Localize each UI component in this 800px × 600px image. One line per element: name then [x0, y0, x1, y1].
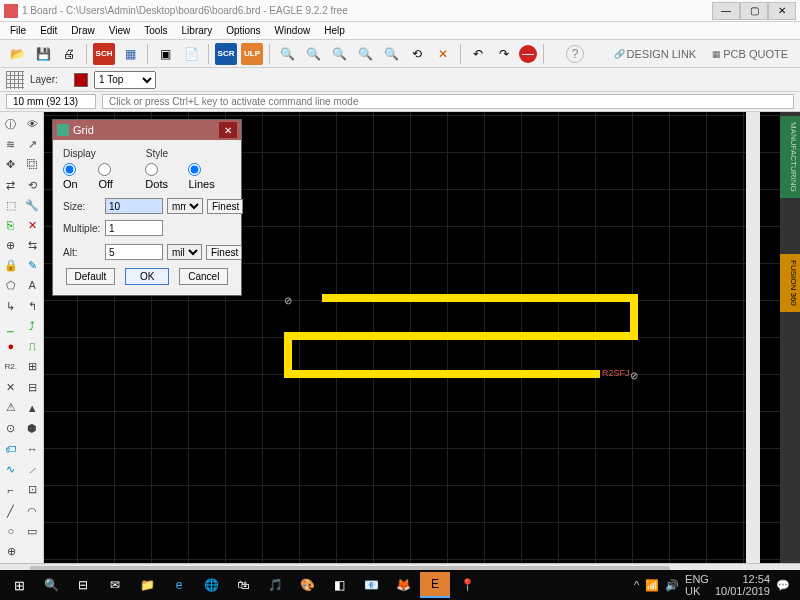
menu-draw[interactable]: Draw	[65, 24, 100, 37]
pcb-trace[interactable]	[284, 332, 638, 340]
design-link-button[interactable]: 🔗 DESIGN LINK	[608, 46, 703, 62]
menu-tools[interactable]: Tools	[138, 24, 173, 37]
optimize-icon[interactable]: ⊡	[22, 480, 44, 500]
group-icon[interactable]: ⬚	[0, 195, 22, 215]
wire-icon[interactable]: ⎯	[0, 316, 22, 336]
pcb-trace[interactable]	[322, 294, 638, 302]
delete-icon[interactable]: ✕	[22, 215, 44, 235]
alt-input[interactable]	[105, 244, 163, 260]
menu-file[interactable]: File	[4, 24, 32, 37]
auto-icon[interactable]: ⊟	[22, 378, 44, 398]
menu-library[interactable]: Library	[176, 24, 219, 37]
chrome-icon[interactable]: 🌐	[196, 572, 226, 598]
sch-button[interactable]: SCH	[93, 43, 115, 65]
volume-icon[interactable]: 🔊	[665, 579, 679, 592]
app-icon[interactable]: ◧	[324, 572, 354, 598]
zoom-out-icon[interactable]: 🔍	[328, 43, 350, 65]
outlook-icon[interactable]: 📧	[356, 572, 386, 598]
itunes-icon[interactable]: 🎵	[260, 572, 290, 598]
layers-icon[interactable]: ≋	[0, 134, 22, 154]
text-icon[interactable]: A	[22, 275, 44, 295]
multiple-input[interactable]	[105, 220, 163, 236]
pcb-trace[interactable]	[284, 370, 600, 378]
minimize-button[interactable]: —	[712, 2, 740, 20]
size-finest-button[interactable]: Finest	[207, 199, 243, 214]
language-indicator[interactable]: ENGUK	[685, 573, 709, 597]
sheet-icon[interactable]: 📄	[180, 43, 202, 65]
route-icon[interactable]: ↳	[0, 296, 22, 316]
radio-off[interactable]: Off	[98, 163, 129, 190]
tray-up-icon[interactable]: ^	[634, 579, 639, 591]
undo-icon[interactable]: ↶	[467, 43, 489, 65]
split-icon[interactable]: ⟋	[22, 460, 44, 480]
circle-icon[interactable]: ○	[0, 521, 22, 541]
via-icon[interactable]: ●	[0, 336, 22, 356]
smash-icon[interactable]: ✎	[22, 255, 44, 275]
edge-icon[interactable]: e	[164, 572, 194, 598]
taskview-icon[interactable]: ⊟	[68, 572, 98, 598]
info-icon[interactable]: ⓘ	[0, 114, 22, 134]
pad-icon[interactable]: ⬢	[22, 419, 44, 439]
explorer-icon[interactable]: 📁	[132, 572, 162, 598]
alt-unit-select[interactable]: mil	[167, 244, 202, 260]
zoom-fit-icon[interactable]: 🔍	[276, 43, 298, 65]
save-icon[interactable]: 💾	[32, 43, 54, 65]
layer-select[interactable]: 1 Top	[94, 71, 156, 89]
signal-icon[interactable]: ⎍	[22, 336, 44, 356]
layer-color-swatch[interactable]	[74, 73, 88, 87]
ulp-button[interactable]: ULP	[241, 43, 263, 65]
replace-icon[interactable]: ⇆	[22, 235, 44, 255]
eagle-taskbar-icon[interactable]: E	[420, 572, 450, 598]
radio-on[interactable]: On	[63, 163, 94, 190]
stop-icon[interactable]: —	[519, 45, 537, 63]
rect-icon[interactable]: ▭	[22, 521, 44, 541]
radio-lines[interactable]: Lines	[188, 163, 231, 190]
vertical-scrollbar[interactable]	[746, 112, 760, 563]
ok-button[interactable]: OK	[125, 268, 169, 285]
line-icon[interactable]: ╱	[0, 501, 22, 521]
dim-icon[interactable]: ↔	[22, 439, 44, 459]
meander-icon[interactable]: ∿	[0, 460, 22, 480]
cancel-icon[interactable]: ✕	[432, 43, 454, 65]
erc-icon[interactable]: ⚠	[0, 398, 22, 418]
miter-icon[interactable]: ⌐	[0, 480, 22, 500]
tab-fusion360[interactable]: FUSION 360	[780, 254, 800, 312]
menu-options[interactable]: Options	[220, 24, 266, 37]
default-button[interactable]: Default	[66, 268, 116, 285]
paint3d-icon[interactable]: 🎨	[292, 572, 322, 598]
poly-icon[interactable]: ⬠	[0, 275, 22, 295]
refresh-icon[interactable]: ⟲	[406, 43, 428, 65]
clock[interactable]: 12:5410/01/2019	[715, 573, 770, 597]
start-button[interactable]: ⊞	[4, 572, 34, 598]
r2-icon[interactable]: R2.	[0, 356, 22, 376]
ratsnest-icon[interactable]: ✕	[0, 378, 22, 398]
move-icon[interactable]: ✥	[0, 154, 22, 174]
errors-icon[interactable]: ▲	[22, 398, 44, 418]
ripup-icon[interactable]: ↰	[22, 296, 44, 316]
close-button[interactable]: ✕	[768, 2, 796, 20]
lock-icon[interactable]: 🔒	[0, 255, 22, 275]
paste-icon[interactable]: ⎘	[0, 215, 22, 235]
move-arrow-icon[interactable]: ↗	[22, 134, 44, 154]
menu-window[interactable]: Window	[269, 24, 317, 37]
alt-finest-button[interactable]: Finest	[206, 245, 242, 260]
mirror-icon[interactable]: ⇄	[0, 175, 22, 195]
rotate-icon[interactable]: ⟲	[22, 175, 44, 195]
cancel-button[interactable]: Cancel	[179, 268, 228, 285]
change-icon[interactable]: 🔧	[22, 195, 44, 215]
zoom-redraw-icon[interactable]: 🔍	[354, 43, 376, 65]
eye-icon[interactable]: 👁	[22, 114, 44, 134]
network-icon[interactable]: 📶	[645, 579, 659, 592]
mail-icon[interactable]: ✉	[100, 572, 130, 598]
tab-manufacturing[interactable]: MANUFACTURING	[780, 116, 800, 198]
command-line-input[interactable]	[102, 94, 794, 109]
dialog-close-button[interactable]: ✕	[219, 122, 237, 138]
hole-icon[interactable]: ⊙	[0, 419, 22, 439]
help-icon[interactable]: ?	[566, 45, 584, 63]
pcb-quote-button[interactable]: ▦ PCB QUOTE	[706, 46, 794, 62]
menu-edit[interactable]: Edit	[34, 24, 63, 37]
radio-dots[interactable]: Dots	[145, 163, 184, 190]
attr-icon[interactable]: 🏷	[0, 439, 22, 459]
mark-icon[interactable]: ⊕	[0, 541, 22, 561]
store-icon[interactable]: 🛍	[228, 572, 258, 598]
